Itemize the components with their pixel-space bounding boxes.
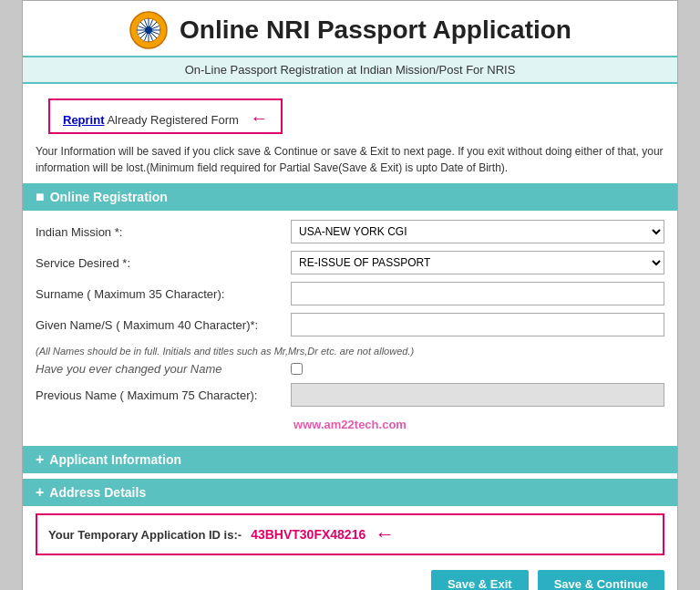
address-details-header: + Address Details: [23, 479, 677, 506]
applicant-info-header: + Applicant Information: [23, 446, 677, 473]
previous-name-row: Previous Name ( Maximum 75 Character):: [36, 383, 664, 407]
reprint-wrapper: Reprint Already Registered Form ←: [23, 84, 677, 138]
page-title: Online NRI Passport Application: [180, 16, 571, 45]
main-container: Online NRI Passport Application On-Line …: [22, 0, 678, 590]
previous-name-input[interactable]: [291, 383, 664, 407]
subheader-bar: On-Line Passport Registration at Indian …: [23, 56, 677, 84]
surname-row: Surname ( Maximum 35 Character):: [36, 282, 664, 305]
save-continue-button[interactable]: Save & Continue: [538, 570, 664, 590]
service-desired-row: Service Desired *: RE-ISSUE OF PASSPORT …: [36, 251, 664, 274]
arrow-right-icon: ←: [250, 108, 268, 129]
app-id-arrow-icon: ←: [375, 523, 395, 546]
service-desired-label: Service Desired *:: [36, 256, 291, 270]
name-changed-checkbox[interactable]: [291, 363, 303, 375]
indian-mission-label: Indian Mission *:: [36, 225, 291, 239]
form-area: Indian Mission *: USA-NEW YORK CGI USA-C…: [23, 211, 677, 446]
applicant-plus-icon: +: [36, 451, 44, 468]
app-id-value: 43BHVT30FX48216: [251, 527, 365, 542]
info-text: Your Information will be saved if you cl…: [23, 138, 677, 183]
given-name-row: Given Name/S ( Maximum 40 Character)*:: [36, 313, 664, 336]
address-plus-icon: +: [36, 484, 44, 501]
given-name-label: Given Name/S ( Maximum 40 Character)*:: [36, 318, 291, 332]
surname-label: Surname ( Maximum 35 Character):: [36, 287, 291, 301]
app-id-section: Your Temporary Application ID is:- 43BHV…: [36, 513, 664, 555]
name-changed-label: Have you ever changed your Name: [36, 362, 291, 376]
reprint-link[interactable]: Reprint: [63, 113, 105, 127]
online-registration-title: Online Registration: [50, 190, 168, 204]
previous-name-label: Previous Name ( Maximum 75 Character):: [36, 388, 291, 402]
header: Online NRI Passport Application: [23, 1, 677, 56]
indian-mission-row: Indian Mission *: USA-NEW YORK CGI USA-C…: [36, 220, 664, 243]
reprint-form-label: Already Registered Form: [105, 113, 239, 127]
save-exit-button[interactable]: Save & Exit: [431, 570, 529, 590]
india-emblem-icon: [129, 10, 169, 50]
app-id-label: Your Temporary Application ID is:-: [48, 528, 242, 542]
service-desired-select[interactable]: RE-ISSUE OF PASSPORT FRESH PASSPORT MISC…: [291, 251, 664, 274]
section-icon: ■: [36, 189, 45, 205]
names-note: (All Names should be in full. Initials a…: [36, 344, 664, 362]
surname-input[interactable]: [291, 282, 664, 305]
watermark: www.am22tech.com: [36, 414, 664, 437]
subheader-text: On-Line Passport Registration at Indian …: [185, 63, 516, 77]
name-changed-row: Have you ever changed your Name: [36, 362, 664, 376]
online-registration-header: ■ Online Registration: [23, 183, 677, 211]
buttons-row: Save & Exit Save & Continue: [23, 563, 677, 590]
address-details-title: Address Details: [49, 485, 146, 500]
given-name-input[interactable]: [291, 313, 664, 336]
indian-mission-select[interactable]: USA-NEW YORK CGI USA-CHICAGO CGI USA-HOU…: [291, 220, 664, 243]
reprint-section: Reprint Already Registered Form ←: [48, 98, 283, 134]
applicant-info-title: Applicant Information: [49, 452, 181, 467]
